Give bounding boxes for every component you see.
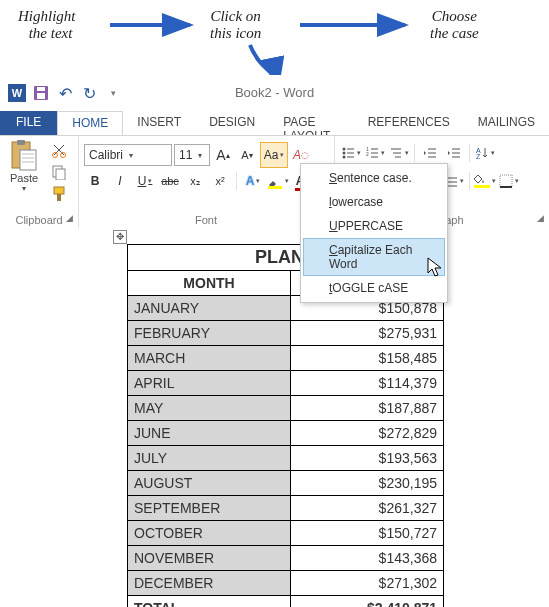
borders-button[interactable] (498, 170, 520, 192)
value-cell: $275,931 (291, 321, 444, 346)
month-cell: APRIL (128, 371, 291, 396)
increase-indent-button[interactable] (443, 142, 465, 164)
table-row[interactable]: SEPTEMBER$261,327 (128, 496, 444, 521)
shrink-font-button[interactable]: A▾ (236, 144, 258, 166)
sort-button[interactable]: AZ (474, 142, 496, 164)
total-label: TOTAL (128, 596, 291, 608)
svg-point-18 (343, 148, 346, 151)
month-cell: JANUARY (128, 296, 291, 321)
table-row[interactable]: JULY$193,563 (128, 446, 444, 471)
value-cell: $114,379 (291, 371, 444, 396)
svg-point-19 (343, 152, 346, 155)
svg-point-20 (343, 156, 346, 159)
group-font: Calibri▾ 11▾ A▴ A▾ Aa A◌ B I U abc x₂ x²… (78, 136, 335, 228)
shading-button[interactable] (474, 170, 496, 192)
paste-button[interactable]: Paste ▾ (4, 140, 44, 193)
multilevel-list-button[interactable] (388, 142, 410, 164)
table-row[interactable]: APRIL$114,379 (128, 371, 444, 396)
grow-font-button[interactable]: A▴ (212, 144, 234, 166)
value-cell: $261,327 (291, 496, 444, 521)
value-cell: $150,727 (291, 521, 444, 546)
cursor-icon (427, 257, 445, 279)
value-cell: $272,829 (291, 421, 444, 446)
paste-icon (8, 140, 40, 172)
value-cell: $143,368 (291, 546, 444, 571)
month-cell: DECEMBER (128, 571, 291, 596)
svg-rect-26 (500, 175, 512, 187)
superscript-button[interactable]: x² (209, 170, 231, 192)
month-cell: MARCH (128, 346, 291, 371)
underline-button[interactable]: U (134, 170, 156, 192)
table-row[interactable]: JUNE$272,829 (128, 421, 444, 446)
svg-point-10 (53, 153, 58, 158)
subscript-button[interactable]: x₂ (184, 170, 206, 192)
month-cell: NOVEMBER (128, 546, 291, 571)
text-effects-button[interactable]: A (242, 170, 264, 192)
tab-home[interactable]: HOME (57, 111, 123, 136)
change-case-button[interactable]: Aa (260, 142, 288, 168)
font-size-combo[interactable]: 11▾ (174, 144, 210, 166)
format-painter-button[interactable] (48, 184, 70, 204)
highlight-button[interactable] (267, 170, 289, 192)
tab-design[interactable]: DESIGN (195, 111, 269, 135)
col-month: MONTH (128, 271, 291, 296)
ribbon: Paste ▾ Clipboard ◢ Calibri▾ 11▾ A▴ A▾ A… (0, 135, 549, 230)
tab-file[interactable]: FILE (0, 111, 57, 135)
svg-text:Z: Z (476, 153, 481, 160)
svg-rect-14 (54, 187, 64, 194)
strikethrough-button[interactable]: abc (159, 170, 181, 192)
value-cell: $158,485 (291, 346, 444, 371)
month-cell: MAY (128, 396, 291, 421)
table-row[interactable]: MAY$187,887 (128, 396, 444, 421)
clipboard-dialog-launcher[interactable]: ◢ (63, 213, 75, 225)
table-row[interactable]: DECEMBER$271,302 (128, 571, 444, 596)
month-cell: JUNE (128, 421, 291, 446)
total-value: $2,410,871 (291, 596, 444, 608)
table-row[interactable]: NOVEMBER$143,368 (128, 546, 444, 571)
window-title: Book2 - Word (0, 85, 549, 100)
tab-mailings[interactable]: MAILINGS (464, 111, 549, 135)
month-cell: SEPTEMBER (128, 496, 291, 521)
decrease-indent-button[interactable] (419, 142, 441, 164)
menu-item-capitalize-each-word[interactable]: Capitalize Each Word (303, 238, 445, 276)
month-cell: OCTOBER (128, 521, 291, 546)
numbering-button[interactable]: 12 (364, 142, 386, 164)
document-area: ✥ PLANE MONTH JANUARY$150,878FEBRUARY$27… (0, 229, 549, 607)
annotation-layer: Highlight the text Click on this icon Ch… (0, 0, 549, 75)
value-cell: $271,302 (291, 571, 444, 596)
table-row[interactable]: FEBRUARY$275,931 (128, 321, 444, 346)
svg-rect-8 (17, 140, 25, 145)
bold-button[interactable]: B (84, 170, 106, 192)
bullets-button[interactable] (340, 142, 362, 164)
tab-page-layout[interactable]: PAGE LAYOUT (269, 111, 353, 135)
svg-rect-9 (20, 150, 36, 170)
menu-item-sentence-case[interactable]: Sentence case. (303, 166, 445, 190)
tab-insert[interactable]: INSERT (123, 111, 195, 135)
paragraph-dialog-launcher[interactable]: ◢ (534, 213, 546, 225)
menu-item-toggle-case[interactable]: tOGGLE cASE (303, 276, 445, 300)
paste-label: Paste (4, 172, 44, 184)
cut-button[interactable] (48, 140, 70, 160)
table-row[interactable]: MARCH$158,485 (128, 346, 444, 371)
table-row[interactable]: OCTOBER$150,727 (128, 521, 444, 546)
table-move-handle[interactable]: ✥ (113, 230, 127, 244)
value-cell: $187,887 (291, 396, 444, 421)
menu-item-lowercase[interactable]: lowercase (303, 190, 445, 214)
ribbon-tabs: FILE HOME INSERT DESIGN PAGE LAYOUT REFE… (0, 111, 549, 135)
menu-item-uppercase[interactable]: UPPERCASE (303, 214, 445, 238)
group-font-label: Font (78, 214, 334, 226)
table-row[interactable]: AUGUST$230,195 (128, 471, 444, 496)
svg-text:2: 2 (366, 151, 369, 157)
value-cell: $193,563 (291, 446, 444, 471)
month-cell: AUGUST (128, 471, 291, 496)
month-cell: JULY (128, 446, 291, 471)
svg-point-11 (61, 153, 66, 158)
tab-references[interactable]: REFERENCES (354, 111, 464, 135)
title-bar: W ↶ ↻ ▾ Book2 - Word (0, 75, 549, 112)
italic-button[interactable]: I (109, 170, 131, 192)
svg-rect-13 (56, 169, 65, 180)
font-name-combo[interactable]: Calibri▾ (84, 144, 172, 166)
change-case-menu: Sentence case. lowercase UPPERCASE Capit… (300, 163, 448, 303)
copy-button[interactable] (48, 162, 70, 182)
svg-rect-25 (474, 185, 490, 188)
